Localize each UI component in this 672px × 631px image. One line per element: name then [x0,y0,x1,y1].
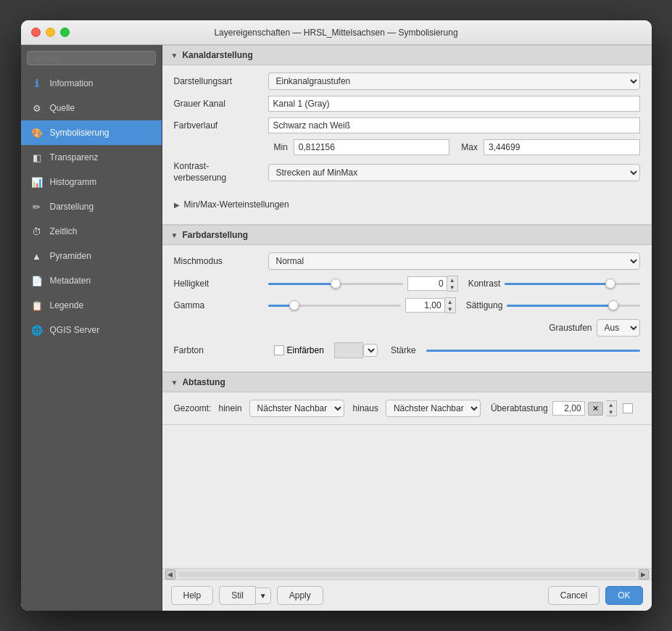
color-preview[interactable] [334,342,363,358]
sidebar-label-symbolisierung: Symbolisierung [50,128,109,138]
abtastung-label: Abtastung [182,377,225,387]
kontrast-right-label: Kontrast [468,279,501,289]
sidebar-item-information[interactable]: ℹ Information [21,71,162,96]
zeitlich-icon: ⏱ [30,224,44,239]
sidebar-label-transparenz: Transparenz [50,152,99,162]
darstellungsart-row: Darstellungsart Einkanalgraustufen [174,73,640,90]
graustufen-label: Graustufen [549,323,592,333]
maximize-button[interactable] [60,28,70,37]
darstellungsart-label: Darstellungsart [174,76,268,86]
abtastung-arrow: ▼ [171,379,178,387]
sidebar-item-metadaten[interactable]: 📄 Metadaten [21,268,162,293]
apply-button[interactable]: Apply [277,586,323,605]
abtastung-form: Gezoomt: hinein Nächster Nachbar hinaus … [162,392,652,424]
hinein-select[interactable]: Nächster Nachbar [249,400,344,417]
helligkeit-fill [268,283,336,285]
search-input[interactable] [27,51,156,65]
sidebar-item-darstellung[interactable]: ✏ Darstellung [21,194,162,219]
ueberabtastung-input[interactable] [552,401,585,416]
kontrast-label: Kontrast-verbesserung [174,161,268,183]
sidebar-label-legende: Legende [50,300,84,310]
sidebar-item-legende[interactable]: 📋 Legende [21,293,162,318]
metadaten-icon: 📄 [30,273,44,288]
legende-icon: 📋 [30,298,44,313]
gamma-input[interactable] [405,298,445,313]
darstellungsart-select[interactable]: Einkanalgraustufen [268,73,640,90]
abtastung-header: ▼ Abtastung [162,372,652,392]
ueberabtastung-label: Überabtastung [491,403,548,413]
cancel-button[interactable]: Cancel [548,586,600,605]
sidebar-item-zeitlich[interactable]: ⏱ Zeitlich [21,219,162,244]
farbton-label: Farbton [174,345,268,355]
kontrast-row: Kontrast-verbesserung Strecken auf MinMa… [174,161,640,183]
min-max-row: Min Max [174,139,640,155]
sidebar-item-pyramiden[interactable]: ▲ Pyramiden [21,244,162,268]
abtastung-row: Gezoomt: hinein Nächster Nachbar hinaus … [174,400,640,417]
window-title: Layereigenschaften — HRSL_Mittelsachsen … [214,28,457,38]
min-input[interactable] [294,139,450,155]
kontrast-control: Strecken auf MinMax [268,164,640,181]
sidebar: ℹ Information ⚙ Quelle 🎨 Symbolisierung … [21,45,162,611]
hinaus-select[interactable]: Nächster Nachbar [386,400,481,417]
helligkeit-kontrast-row: Helligkeit ▲ [174,276,640,292]
window-body: ℹ Information ⚙ Quelle 🎨 Symbolisierung … [21,45,652,611]
grauer-kanal-control [268,96,640,112]
sidebar-item-symbolisierung[interactable]: 🎨 Symbolisierung [21,120,162,145]
graustufen-select[interactable]: Aus [597,319,640,337]
gamma-decrement[interactable]: ▼ [445,305,455,313]
farbverlauf-input[interactable] [268,117,640,133]
sidebar-item-histogramm[interactable]: 📊 Histogramm [21,170,162,194]
sidebar-item-transparenz[interactable]: ◧ Transparenz [21,145,162,170]
hinein-label: hinein [219,403,242,413]
sattigung-thumb[interactable] [608,300,618,310]
mischmodus-select[interactable]: Normal [268,252,640,270]
sattigung-track [507,305,639,307]
min-text-label: Min [274,142,288,152]
einfarben-checkbox[interactable] [274,345,284,355]
minmax-expand[interactable]: ▶ Min/Max-Werteinstellungen [174,195,640,214]
ueberabtastung-increment[interactable]: ▲ [606,401,616,408]
help-button[interactable]: Help [171,586,214,605]
ueberabtastung-decrement[interactable]: ▼ [606,408,616,416]
ueberabtastung-clear[interactable]: ✕ [588,402,603,416]
sidebar-item-quelle[interactable]: ⚙ Quelle [21,96,162,120]
kontrast-slider-container [505,278,639,289]
grauer-kanal-input[interactable] [268,96,640,112]
helligkeit-input[interactable] [407,276,447,291]
stil-arrow-button[interactable]: ▼ [256,587,271,604]
gamma-thumb[interactable] [289,300,299,310]
max-input[interactable] [484,139,640,155]
color-dropdown[interactable]: ▼ [363,344,378,357]
helligkeit-thumb[interactable] [331,279,341,289]
sidebar-item-qgis-server[interactable]: 🌐 QGIS Server [21,318,162,342]
ok-button[interactable]: OK [605,586,642,605]
pyramiden-icon: ▲ [30,249,44,263]
scroll-track[interactable] [178,572,636,577]
farbverlauf-label: Farbverlauf [174,120,268,131]
quelle-icon: ⚙ [30,101,44,115]
stil-button-group: Stil ▼ [219,586,271,605]
gamma-increment[interactable]: ▲ [445,298,455,305]
close-button[interactable] [31,28,41,37]
stil-button[interactable]: Stil [219,586,256,605]
farbverlauf-control [268,117,640,133]
starke-label: Stärke [391,345,416,355]
symbolisierung-icon: 🎨 [30,125,44,140]
helligkeit-decrement[interactable]: ▼ [447,284,457,291]
gamma-spinner-buttons: ▲ ▼ [445,297,456,313]
gamma-spinner: ▲ ▼ [405,297,456,313]
sidebar-label-zeitlich: Zeitlich [50,226,78,236]
grauer-kanal-row: Grauer Kanal [174,96,640,112]
sattigung-label: Sättigung [466,300,503,310]
minimize-button[interactable] [46,28,55,37]
kontrast-thumb[interactable] [605,279,615,289]
kontrast-select[interactable]: Strecken auf MinMax [268,164,640,181]
scroll-left[interactable]: ◀ [165,569,175,580]
abtastung-section: ▼ Abtastung Gezoomt: hinein Nächster Nac… [162,372,652,425]
helligkeit-track [268,283,403,285]
ueberabtastung-checkbox[interactable] [623,403,633,413]
histogramm-icon: 📊 [30,175,44,189]
farbton-row: Farbton Einfärben ▼ Stärke [174,342,640,358]
scroll-right[interactable]: ▶ [639,569,649,580]
helligkeit-increment[interactable]: ▲ [447,276,457,284]
